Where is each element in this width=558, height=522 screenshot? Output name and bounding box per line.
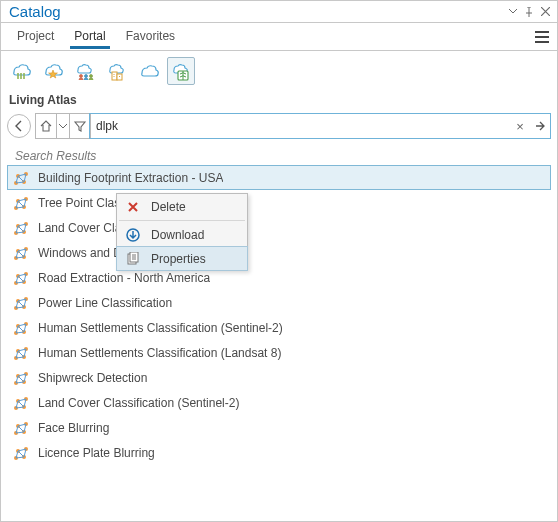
ctx-separator <box>119 220 245 221</box>
dlpk-icon <box>12 295 30 311</box>
list-item-label: Road Extraction - North America <box>38 271 210 285</box>
back-button[interactable] <box>7 114 31 138</box>
search-submit-icon[interactable] <box>530 114 550 138</box>
ctx-properties[interactable]: Properties <box>116 246 248 271</box>
svg-rect-7 <box>119 76 120 77</box>
arcgis-online-icon[interactable] <box>135 57 163 85</box>
portal-filter-row <box>1 51 557 91</box>
dlpk-icon <box>12 395 30 411</box>
tab-portal[interactable]: Portal <box>64 25 115 48</box>
delete-icon <box>125 199 141 215</box>
list-item-label: Licence Plate Blurring <box>38 446 155 460</box>
results-header: Search Results <box>1 145 557 165</box>
list-item-label: Shipwreck Detection <box>38 371 147 385</box>
ctx-label: Delete <box>151 200 186 214</box>
list-item[interactable]: Human Settlements Classification (Sentin… <box>7 315 551 340</box>
dlpk-icon <box>12 270 30 286</box>
dlpk-icon <box>12 245 30 261</box>
list-item[interactable]: Windows and Doors Extraction <box>7 240 551 265</box>
titlebar: Catalog <box>1 1 557 23</box>
list-item[interactable]: Human Settlements Classification (Landsa… <box>7 340 551 365</box>
filter-button[interactable] <box>69 113 91 139</box>
tab-favorites[interactable]: Favorites <box>116 25 185 48</box>
search-box: × <box>89 113 551 139</box>
close-icon[interactable] <box>537 4 553 20</box>
list-item[interactable]: Licence Plate Blurring <box>7 440 551 465</box>
dlpk-icon <box>12 320 30 336</box>
list-item[interactable]: Face Blurring <box>7 415 551 440</box>
dlpk-icon <box>12 445 30 461</box>
list-item[interactable]: Building Footprint Extraction - USA <box>7 165 551 190</box>
ctx-label: Properties <box>151 252 206 266</box>
list-item-label: Building Footprint Extraction - USA <box>38 171 223 185</box>
list-item-label: Human Settlements Classification (Sentin… <box>38 321 283 335</box>
my-organization-icon[interactable] <box>103 57 131 85</box>
svg-rect-6 <box>114 76 115 77</box>
download-icon <box>125 227 141 243</box>
list-item[interactable]: Tree Point Classification <box>7 190 551 215</box>
ctx-download[interactable]: Download <box>117 222 247 247</box>
dlpk-icon <box>12 170 30 186</box>
dlpk-icon <box>12 420 30 436</box>
search-input[interactable] <box>90 114 550 138</box>
nav-row: × <box>1 113 557 145</box>
my-favorites-icon[interactable] <box>39 57 67 85</box>
dlpk-icon <box>12 195 30 211</box>
dlpk-icon <box>12 370 30 386</box>
list-item[interactable]: Power Line Classification <box>7 290 551 315</box>
list-item-label: Power Line Classification <box>38 296 172 310</box>
list-item[interactable]: Land Cover Classification (Landsat 8) <box>7 215 551 240</box>
home-button[interactable] <box>35 113 57 139</box>
context-menu: Delete Download Properties <box>116 193 248 271</box>
tabs-row: Project Portal Favorites <box>1 23 557 51</box>
ctx-label: Download <box>151 228 204 242</box>
catalog-pane: Catalog Project Portal Favorites <box>0 0 558 522</box>
list-item-label: Face Blurring <box>38 421 109 435</box>
results-list: Building Footprint Extraction - USA Tree… <box>1 165 557 521</box>
list-item-label: Human Settlements Classification (Landsa… <box>38 346 281 360</box>
my-groups-icon[interactable] <box>71 57 99 85</box>
tab-project[interactable]: Project <box>7 25 64 48</box>
list-item[interactable]: Road Extraction - North America <box>7 265 551 290</box>
ctx-delete[interactable]: Delete <box>117 194 247 219</box>
pane-title: Catalog <box>9 3 505 20</box>
clear-search-icon[interactable]: × <box>510 114 530 138</box>
svg-rect-5 <box>114 74 115 75</box>
list-item[interactable]: Shipwreck Detection <box>7 365 551 390</box>
dlpk-icon <box>12 345 30 361</box>
dropdown-icon[interactable] <box>505 4 521 20</box>
my-content-icon[interactable] <box>7 57 35 85</box>
svg-point-2 <box>90 75 93 78</box>
svg-point-1 <box>85 75 88 78</box>
breadcrumb: Living Atlas <box>1 91 557 113</box>
list-item[interactable]: Land Cover Classification (Sentinel-2) <box>7 390 551 415</box>
properties-icon <box>125 251 141 267</box>
home-dropdown[interactable] <box>56 113 70 139</box>
list-item-label: Land Cover Classification (Sentinel-2) <box>38 396 239 410</box>
pin-icon[interactable] <box>521 4 537 20</box>
living-atlas-icon[interactable] <box>167 57 195 85</box>
menu-icon[interactable] <box>533 28 551 46</box>
dlpk-icon <box>12 220 30 236</box>
svg-point-0 <box>80 75 83 78</box>
